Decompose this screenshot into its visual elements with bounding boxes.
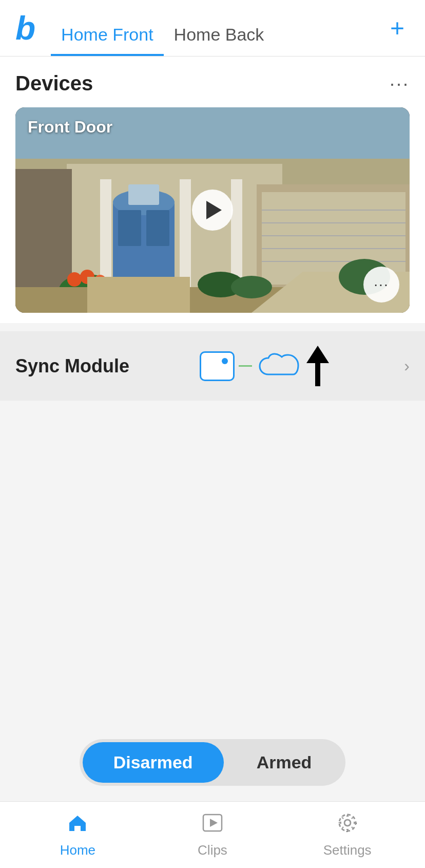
svg-point-28 (231, 276, 272, 298)
sync-status-icons (200, 346, 329, 386)
sync-module-dot (222, 358, 228, 364)
sync-module-icon (200, 351, 235, 381)
svg-point-33 (344, 820, 351, 826)
app-logo: b (15, 12, 35, 45)
camera-name-label: Front Door (28, 118, 112, 137)
svg-rect-6 (118, 210, 141, 246)
devices-section: Devices ··· (0, 56, 425, 323)
devices-more-button[interactable]: ··· (390, 73, 410, 95)
nav-item-home[interactable]: Home (47, 812, 108, 858)
sync-module-chevron[interactable]: › (404, 356, 410, 375)
main-content: Devices ··· (0, 56, 425, 801)
header: b Home Front Home Back + (0, 0, 425, 56)
svg-rect-8 (128, 184, 159, 205)
upload-arrow-icon (306, 346, 329, 386)
sync-module-title: Sync Module (15, 355, 129, 377)
play-triangle-icon (206, 201, 222, 219)
nav-home-label: Home (60, 842, 95, 858)
clips-icon (201, 812, 224, 839)
devices-title: Devices (15, 72, 93, 95)
arm-toggle: Disarmed Armed (80, 739, 346, 786)
svg-rect-25 (87, 277, 190, 313)
disarmed-button[interactable]: Disarmed (83, 742, 224, 783)
content-spacer (0, 401, 425, 724)
tab-home-back[interactable]: Home Back (164, 0, 275, 56)
camera-play-button[interactable] (192, 190, 233, 231)
svg-marker-31 (210, 819, 218, 827)
svg-rect-7 (146, 210, 169, 246)
nav-item-settings[interactable]: Settings (317, 812, 378, 858)
arrow-head (306, 346, 329, 363)
nav-settings-label: Settings (323, 842, 372, 858)
cloud-icon (256, 352, 302, 381)
nav-clips-label: Clips (198, 842, 227, 858)
svg-point-20 (67, 272, 82, 287)
settings-icon (336, 812, 359, 839)
arm-toggle-container: Disarmed Armed (0, 724, 425, 801)
connector-line (239, 365, 252, 367)
camera-card[interactable]: Front Door ··· (15, 107, 410, 313)
bottom-nav: Home Clips (0, 801, 425, 868)
sync-module-section: Sync Module › (0, 331, 425, 401)
devices-header: Devices ··· (15, 72, 410, 95)
armed-button[interactable]: Armed (226, 742, 343, 783)
home-icon (66, 812, 89, 839)
tab-bar: Home Front Home Back (51, 0, 385, 56)
camera-more-button[interactable]: ··· (363, 267, 399, 303)
tab-home-front[interactable]: Home Front (51, 0, 164, 56)
cloud-svg (256, 352, 302, 381)
add-location-button[interactable]: + (385, 16, 410, 41)
arrow-body (315, 363, 320, 386)
nav-item-clips[interactable]: Clips (182, 812, 243, 858)
